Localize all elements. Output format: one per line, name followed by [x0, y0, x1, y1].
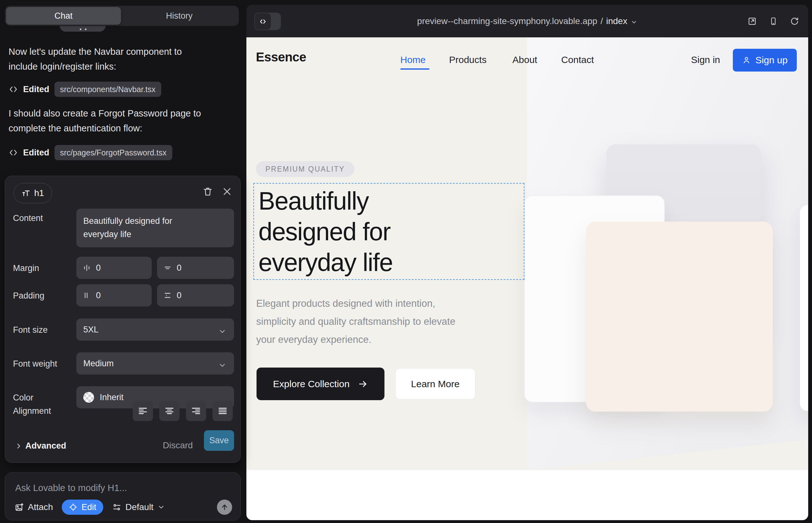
padding-horizontal-icon [83, 291, 91, 300]
tab-chat[interactable]: Chat [6, 7, 121, 25]
attach-button[interactable]: Attach [15, 502, 53, 512]
explore-collection-button[interactable]: Explore Collection [257, 367, 385, 400]
margin-label: Margin [13, 264, 39, 273]
padding-y-input[interactable]: 0 [157, 284, 234, 306]
mode-select[interactable]: Default [112, 502, 165, 512]
url-bar[interactable]: preview--charming-site-symphony.lovable.… [246, 5, 808, 37]
advanced-toggle[interactable]: Advanced [25, 441, 66, 451]
sign-up-button[interactable]: Sign up [733, 49, 797, 72]
nav-link-home[interactable]: Home [400, 54, 426, 65]
sidebar-tabs: Chat History [5, 6, 239, 26]
learn-more-button[interactable]: Learn More [395, 368, 475, 399]
send-button[interactable] [217, 500, 232, 515]
chrome-actions [747, 5, 799, 37]
nav-link-products[interactable]: Products [449, 54, 487, 65]
decor-card-peek [800, 205, 808, 411]
color-label: Color [13, 393, 34, 403]
code-icon [8, 85, 18, 94]
align-left-button[interactable] [133, 401, 153, 421]
composer-input[interactable] [15, 480, 222, 496]
attach-label: Attach [28, 502, 53, 512]
padding-x-value: 0 [96, 291, 101, 301]
margin-y-value: 0 [177, 263, 181, 273]
explore-collection-label: Explore Collection [273, 379, 350, 390]
edit-label: Edit [82, 502, 96, 512]
chevron-down-icon [218, 327, 226, 336]
user-icon [742, 56, 751, 65]
padding-y-value: 0 [177, 291, 181, 301]
font-size-select[interactable]: 5XL [76, 319, 234, 341]
margin-vertical-icon [163, 264, 172, 272]
decor-card-cream [586, 222, 773, 412]
dot-icon [80, 29, 82, 30]
padding-x-input[interactable]: 0 [76, 284, 152, 306]
edited-file-row: Edited src/components/Navbar.tsx [8, 82, 161, 97]
tab-history[interactable]: History [121, 7, 237, 25]
color-value: Inherit [100, 393, 124, 402]
chat-message: Now let's update the Navbar component to… [8, 44, 198, 74]
edited-file-row: Edited src/pages/ForgotPassword.tsx [8, 145, 172, 160]
browser-chrome: preview--charming-site-symphony.lovable.… [246, 5, 808, 37]
hero-paragraph: Elegant products designed with intention… [256, 294, 475, 348]
site-brand[interactable]: Essence [256, 50, 306, 64]
margin-x-input[interactable]: 0 [76, 257, 152, 279]
composer-toolbar: Attach Edit Default [15, 499, 232, 515]
delete-element-button[interactable] [202, 186, 213, 197]
chevron-down-icon [631, 19, 637, 26]
chat-sidebar: Chat History Now let's update the Navbar… [0, 0, 246, 523]
nav-link-contact[interactable]: Contact [561, 54, 594, 65]
chevron-right-icon [15, 442, 23, 450]
open-external-icon[interactable] [747, 16, 757, 26]
font-weight-value: Medium [83, 359, 114, 368]
premium-quality-badge: PREMIUM QUALITY [256, 161, 354, 177]
preview-browser-window: preview--charming-site-symphony.lovable.… [246, 5, 808, 520]
align-right-button[interactable] [186, 401, 206, 421]
align-center-icon [164, 405, 175, 416]
close-icon[interactable] [222, 186, 232, 197]
align-right-icon [191, 405, 201, 416]
font-weight-label: Font weight [13, 359, 57, 369]
margin-y-input[interactable]: 0 [157, 257, 234, 279]
align-left-icon [138, 405, 148, 416]
content-input[interactable]: Beautifully designed for everyday life [76, 209, 234, 247]
margin-x-value: 0 [96, 263, 101, 273]
edit-mode-button[interactable]: Edit [62, 500, 103, 515]
content-label: Content [13, 213, 43, 223]
type-icon [21, 189, 30, 198]
selected-element-tag[interactable]: h1 [14, 183, 52, 203]
active-nav-underline [400, 68, 429, 70]
site-navbar: Essence Home Products About Contact Sign… [246, 37, 808, 82]
discard-button[interactable]: Discard [163, 440, 193, 451]
mobile-view-icon[interactable] [769, 16, 778, 26]
file-path-chip[interactable]: src/components/Navbar.tsx [54, 82, 161, 97]
sign-in-link[interactable]: Sign in [691, 54, 720, 65]
tag-name: h1 [34, 188, 44, 198]
align-justify-button[interactable] [212, 401, 233, 421]
margin-horizontal-icon [83, 264, 91, 272]
color-select[interactable]: Inherit [76, 386, 234, 409]
url-page: index [606, 16, 628, 26]
chevron-down-icon [157, 503, 165, 511]
font-size-label: Font size [13, 325, 48, 335]
align-justify-icon [217, 405, 228, 416]
url-separator: / [600, 16, 603, 26]
file-path-chip[interactable]: src/pages/ForgotPassword.tsx [54, 145, 172, 160]
url-text: preview--charming-site-symphony.lovable.… [417, 16, 597, 26]
chat-message: I should also create a Forgot Password p… [8, 106, 205, 136]
font-size-value: 5XL [83, 325, 99, 335]
content-value: Beautifully designed for everyday life [83, 214, 188, 241]
padding-vertical-icon [163, 291, 172, 300]
chat-composer: Attach Edit Default [5, 472, 241, 521]
chevron-down-icon [218, 361, 226, 369]
refresh-icon[interactable] [790, 16, 799, 26]
nav-link-about[interactable]: About [512, 54, 537, 65]
screen: Chat History Now let's update the Navbar… [0, 0, 812, 523]
sliders-icon [112, 502, 122, 512]
save-button[interactable]: Save [204, 430, 234, 451]
code-icon [8, 148, 18, 157]
hero-heading[interactable]: Beautifully designed for everyday life [259, 185, 455, 278]
sign-up-label: Sign up [755, 55, 788, 66]
element-inspector-panel: h1 Content Beautifully designed for ever… [5, 176, 241, 463]
font-weight-select[interactable]: Medium [76, 353, 234, 375]
align-center-button[interactable] [159, 401, 180, 421]
